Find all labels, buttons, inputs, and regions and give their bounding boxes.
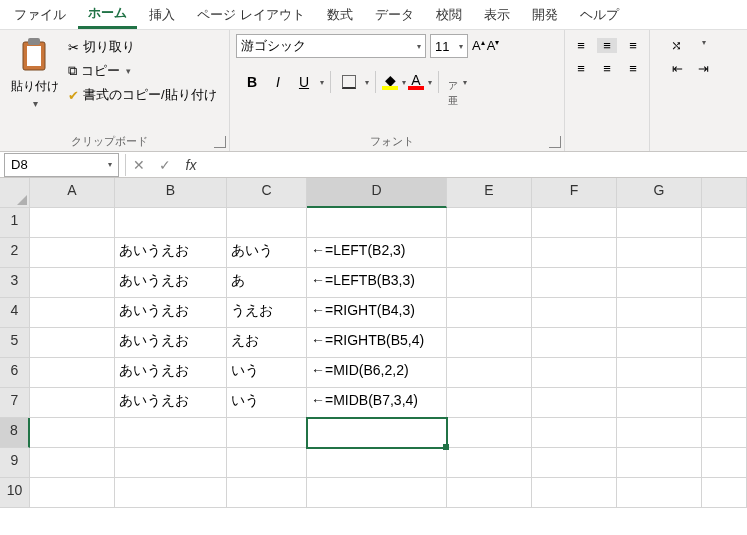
cell-B2[interactable]: あいうえお xyxy=(115,238,227,268)
cell-E2[interactable] xyxy=(447,238,532,268)
copy-button[interactable]: ⧉ コピー ▾ xyxy=(68,62,217,80)
cell-E3[interactable] xyxy=(447,268,532,298)
cell-E6[interactable] xyxy=(447,358,532,388)
menu-help[interactable]: ヘルプ xyxy=(570,2,629,28)
align-left-icon[interactable]: ≡ xyxy=(571,61,591,76)
cell-C2[interactable]: あいう xyxy=(227,238,307,268)
cell-B8[interactable] xyxy=(115,418,227,448)
cell-B3[interactable]: あいうえお xyxy=(115,268,227,298)
orientation-dropdown-icon[interactable]: ▾ xyxy=(694,38,714,53)
menu-data[interactable]: データ xyxy=(365,2,424,28)
font-size-dropdown-icon[interactable]: ▾ xyxy=(459,42,463,51)
cell-G5[interactable] xyxy=(617,328,702,358)
cell-D10[interactable] xyxy=(307,478,447,508)
row-header-8[interactable]: 8 xyxy=(0,418,30,448)
cell-G1[interactable] xyxy=(617,208,702,238)
fill-color-button[interactable]: ◆ xyxy=(382,74,398,90)
cell-G2[interactable] xyxy=(617,238,702,268)
cell-F6[interactable] xyxy=(532,358,617,388)
decrease-font-icon[interactable]: A▾ xyxy=(487,38,500,53)
col-header-D[interactable]: D xyxy=(307,178,447,208)
row-header-5[interactable]: 5 xyxy=(0,328,30,358)
format-painter-button[interactable]: ✔ 書式のコピー/貼り付け xyxy=(68,86,217,104)
menu-home[interactable]: ホーム xyxy=(78,0,137,29)
cell-C4[interactable]: うえお xyxy=(227,298,307,328)
cell-C7[interactable]: いう xyxy=(227,388,307,418)
align-top-icon[interactable]: ≡ xyxy=(571,38,591,53)
cell-H10[interactable] xyxy=(702,478,747,508)
cell-H7[interactable] xyxy=(702,388,747,418)
cell-F7[interactable] xyxy=(532,388,617,418)
paste-button[interactable]: 貼り付け ▾ xyxy=(6,34,64,133)
cell-B6[interactable]: あいうえお xyxy=(115,358,227,388)
cell-F9[interactable] xyxy=(532,448,617,478)
underline-button[interactable]: U xyxy=(292,70,316,94)
row-header-9[interactable]: 9 xyxy=(0,448,30,478)
cell-D3[interactable]: ←=LEFTB(B3,3) xyxy=(307,268,447,298)
cell-F10[interactable] xyxy=(532,478,617,508)
menu-file[interactable]: ファイル xyxy=(4,2,76,28)
menu-formulas[interactable]: 数式 xyxy=(317,2,363,28)
cell-H8[interactable] xyxy=(702,418,747,448)
col-header-A[interactable]: A xyxy=(30,178,115,208)
font-color-dropdown-icon[interactable]: ▾ xyxy=(428,78,432,87)
cell-D5[interactable]: ←=RIGHTB(B5,4) xyxy=(307,328,447,358)
cell-F1[interactable] xyxy=(532,208,617,238)
cell-A9[interactable] xyxy=(30,448,115,478)
select-all-corner[interactable] xyxy=(0,178,30,208)
cell-D6[interactable]: ←=MID(B6,2,2) xyxy=(307,358,447,388)
menu-page-layout[interactable]: ページ レイアウト xyxy=(187,2,315,28)
cell-E1[interactable] xyxy=(447,208,532,238)
cell-A4[interactable] xyxy=(30,298,115,328)
cell-A5[interactable] xyxy=(30,328,115,358)
font-name-select[interactable]: 游ゴシック ▾ xyxy=(236,34,426,58)
cell-E8[interactable] xyxy=(447,418,532,448)
cell-D7[interactable]: ←=MIDB(B7,3,4) xyxy=(307,388,447,418)
cell-F2[interactable] xyxy=(532,238,617,268)
menu-insert[interactable]: 挿入 xyxy=(139,2,185,28)
border-button[interactable] xyxy=(337,70,361,94)
cell-D1[interactable] xyxy=(307,208,447,238)
ruby-dropdown-icon[interactable]: ▾ xyxy=(463,78,467,87)
cell-F5[interactable] xyxy=(532,328,617,358)
row-header-10[interactable]: 10 xyxy=(0,478,30,508)
row-header-1[interactable]: 1 xyxy=(0,208,30,238)
cell-F8[interactable] xyxy=(532,418,617,448)
cell-H5[interactable] xyxy=(702,328,747,358)
cell-D9[interactable] xyxy=(307,448,447,478)
copy-dropdown-icon[interactable]: ▾ xyxy=(126,66,131,76)
bold-button[interactable]: B xyxy=(240,70,264,94)
align-bottom-icon[interactable]: ≡ xyxy=(623,38,643,53)
italic-button[interactable]: I xyxy=(266,70,290,94)
underline-dropdown-icon[interactable]: ▾ xyxy=(320,78,324,87)
cell-G10[interactable] xyxy=(617,478,702,508)
name-box[interactable]: D8 ▾ xyxy=(4,153,119,177)
cell-G6[interactable] xyxy=(617,358,702,388)
cell-A10[interactable] xyxy=(30,478,115,508)
row-header-7[interactable]: 7 xyxy=(0,388,30,418)
cell-A8[interactable] xyxy=(30,418,115,448)
cell-D4[interactable]: ←=RIGHT(B4,3) xyxy=(307,298,447,328)
cell-F4[interactable] xyxy=(532,298,617,328)
align-center-icon[interactable]: ≡ xyxy=(597,61,617,76)
cell-H2[interactable] xyxy=(702,238,747,268)
cell-A7[interactable] xyxy=(30,388,115,418)
align-middle-icon[interactable]: ≡ xyxy=(597,38,617,53)
align-right-icon[interactable]: ≡ xyxy=(623,61,643,76)
cell-A1[interactable] xyxy=(30,208,115,238)
cell-D2[interactable]: ←=LEFT(B2,3) xyxy=(307,238,447,268)
cell-G8[interactable] xyxy=(617,418,702,448)
cell-E9[interactable] xyxy=(447,448,532,478)
increase-indent-icon[interactable]: ⇥ xyxy=(693,61,713,76)
col-header-last[interactable] xyxy=(702,178,747,208)
cell-B4[interactable]: あいうえお xyxy=(115,298,227,328)
fx-button[interactable]: fx xyxy=(178,157,204,173)
decrease-indent-icon[interactable]: ⇤ xyxy=(667,61,687,76)
name-box-dropdown-icon[interactable]: ▾ xyxy=(108,160,112,169)
cell-B5[interactable]: あいうえお xyxy=(115,328,227,358)
col-header-C[interactable]: C xyxy=(227,178,307,208)
cell-A3[interactable] xyxy=(30,268,115,298)
ruby-button[interactable]: ア亜 xyxy=(445,75,459,90)
col-header-F[interactable]: F xyxy=(532,178,617,208)
spreadsheet-grid[interactable]: A B C D E F G 1 2 あいうえお あいう ←=LEFT(B2,3)… xyxy=(0,178,747,508)
